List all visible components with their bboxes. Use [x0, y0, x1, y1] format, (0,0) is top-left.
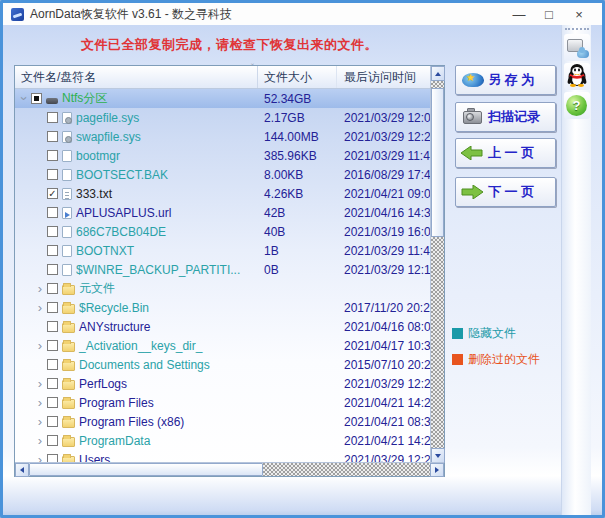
legend: 隐藏文件 删除过的文件	[452, 325, 540, 377]
expand-chevron-icon[interactable]: ›	[33, 378, 47, 389]
table-row[interactable]: pagefile.sys2.17GB2021/03/29 12:0	[15, 108, 430, 127]
row-checkbox[interactable]	[47, 112, 58, 123]
folder-icon	[62, 437, 75, 447]
vertical-scrollbar[interactable]	[430, 66, 444, 463]
system-file-icon	[62, 131, 72, 143]
scroll-right-button[interactable]	[430, 463, 444, 477]
table-row[interactable]: Documents and Settings2015/07/10 20:2	[15, 355, 430, 374]
scroll-up-button[interactable]	[431, 66, 445, 81]
column-header-lastaccess[interactable]: 最后访问时间	[337, 66, 430, 88]
row-checkbox[interactable]	[47, 226, 58, 237]
vertical-scroll-thumb[interactable]	[431, 88, 444, 237]
table-row[interactable]: bootmgr385.96KB2021/03/29 11:4	[15, 146, 430, 165]
row-checkbox[interactable]	[47, 207, 58, 218]
row-checkbox[interactable]	[47, 245, 58, 256]
file-date: 2021/04/16 08:0	[337, 320, 430, 334]
file-icon	[62, 245, 72, 257]
table-row[interactable]: swapfile.sys144.00MB2021/03/29 12:2	[15, 127, 430, 146]
help-icon: ?	[566, 95, 587, 116]
row-checkbox[interactable]	[47, 359, 58, 370]
file-name: $Recycle.Bin	[79, 301, 149, 315]
file-date: 2021/04/21 09:0	[337, 187, 430, 201]
table-row[interactable]: ›Program Files2021/04/21 14:2	[15, 393, 430, 412]
save-as-button[interactable]: ★ 另 存 为	[455, 65, 556, 95]
expand-chevron-icon[interactable]: ›	[33, 397, 47, 408]
legend-item-hidden: 隐藏文件	[452, 325, 540, 342]
expand-chevron-icon[interactable]: ›	[33, 435, 47, 446]
file-size: 385.96KB	[258, 149, 337, 163]
file-name: Documents and Settings	[79, 358, 210, 372]
expand-chevron-icon[interactable]: ›	[33, 283, 47, 294]
horizontal-scroll-thumb[interactable]	[29, 463, 263, 476]
table-row[interactable]: APLUSAPLUS.url42B2021/04/16 14:3	[15, 203, 430, 222]
expand-chevron-icon[interactable]: ›	[19, 92, 30, 106]
file-date: 2016/08/29 17:4	[337, 168, 430, 182]
recovery-shortcut[interactable]	[564, 34, 590, 61]
horizontal-scrollbar[interactable]	[15, 462, 444, 476]
expand-chevron-icon[interactable]: ›	[33, 454, 47, 462]
row-checkbox[interactable]	[47, 302, 58, 313]
table-row[interactable]: ›_Activation__keys_dir_2021/04/17 10:3	[15, 336, 430, 355]
close-button[interactable]: ×	[564, 4, 594, 24]
file-icon	[62, 264, 72, 276]
row-checkbox[interactable]	[47, 131, 58, 142]
next-page-label: 下 一 页	[488, 183, 534, 201]
table-row[interactable]: ›Users2021/03/29 12:2	[15, 450, 430, 462]
table-row[interactable]: BOOTNXT1B2021/03/29 11:4	[15, 241, 430, 260]
maximize-button[interactable]: □	[534, 4, 564, 24]
table-row[interactable]: ›ProgramData2021/04/21 14:2	[15, 431, 430, 450]
file-icon	[62, 150, 72, 162]
file-rows: ›Ntfs分区52.34GBpagefile.sys2.17GB2021/03/…	[15, 89, 430, 462]
title-bar: AornData恢复软件 v3.61 - 数之寻科技 — □ ×	[3, 3, 602, 25]
qq-contact[interactable]	[564, 63, 590, 90]
row-checkbox[interactable]	[31, 93, 42, 104]
file-size: 0B	[258, 263, 337, 277]
expand-chevron-icon[interactable]: ›	[33, 416, 47, 427]
status-message: 文件已全部复制完成，请检查下恢复出来的文件。	[14, 36, 445, 54]
table-row[interactable]: ›元文件	[15, 279, 430, 298]
row-checkbox[interactable]	[47, 150, 58, 161]
left-arrow-icon	[17, 467, 24, 473]
table-row[interactable]: ›PerfLogs2021/03/29 12:2	[15, 374, 430, 393]
row-checkbox[interactable]	[47, 416, 58, 427]
grip-handle[interactable]	[565, 28, 589, 30]
vertical-scroll-track[interactable]	[431, 81, 444, 448]
expand-chevron-icon[interactable]: ›	[33, 340, 47, 351]
row-checkbox[interactable]	[47, 321, 58, 332]
row-checkbox[interactable]	[47, 378, 58, 389]
app-icon	[11, 8, 24, 21]
table-row[interactable]: $WINRE_BACKUP_PARTITI...0B2021/03/29 12:…	[15, 260, 430, 279]
row-checkbox[interactable]: ✓	[47, 188, 58, 199]
scan-record-button[interactable]: 扫描记录	[455, 102, 556, 132]
horizontal-scroll-track[interactable]	[29, 463, 430, 476]
row-checkbox[interactable]	[47, 435, 58, 446]
row-checkbox[interactable]	[47, 397, 58, 408]
table-row[interactable]: ✓333.txt4.26KB2021/04/21 09:0	[15, 184, 430, 203]
row-checkbox[interactable]	[47, 264, 58, 275]
scroll-left-button[interactable]	[15, 463, 29, 477]
file-name: 686C7BCB04DE	[76, 225, 166, 239]
table-row[interactable]: ›Ntfs分区52.34GB	[15, 89, 430, 108]
next-page-button[interactable]: 下 一 页	[455, 177, 556, 207]
scan-record-label: 扫描记录	[488, 108, 540, 126]
system-file-icon	[62, 112, 72, 124]
deleted-file-label: 删除过的文件	[468, 351, 540, 368]
minimize-button[interactable]: —	[504, 4, 534, 24]
table-row[interactable]: BOOTSECT.BAK8.00KB2016/08/29 17:4	[15, 165, 430, 184]
prev-page-button[interactable]: 上 一 页	[455, 138, 556, 168]
column-header-filesize[interactable]: 文件大小	[258, 66, 337, 88]
expand-chevron-icon[interactable]: ›	[33, 302, 47, 313]
column-header-filename[interactable]: 文件名/盘符名	[15, 66, 258, 88]
table-row[interactable]: ANYstructure2021/04/16 08:0	[15, 317, 430, 336]
sidebar-strip: ?	[561, 25, 591, 515]
help-shortcut[interactable]: ?	[564, 92, 590, 119]
table-row[interactable]: ›Program Files (x86)2021/04/21 08:3	[15, 412, 430, 431]
table-row[interactable]: 686C7BCB04DE40B2021/03/19 16:0	[15, 222, 430, 241]
table-row[interactable]: ›$Recycle.Bin2017/11/20 20:2	[15, 298, 430, 317]
row-checkbox[interactable]	[47, 283, 58, 294]
row-checkbox[interactable]	[47, 169, 58, 180]
row-checkbox[interactable]	[47, 454, 58, 462]
file-name: Users	[79, 453, 110, 463]
row-checkbox[interactable]	[47, 340, 58, 351]
scroll-down-button[interactable]	[431, 448, 445, 463]
